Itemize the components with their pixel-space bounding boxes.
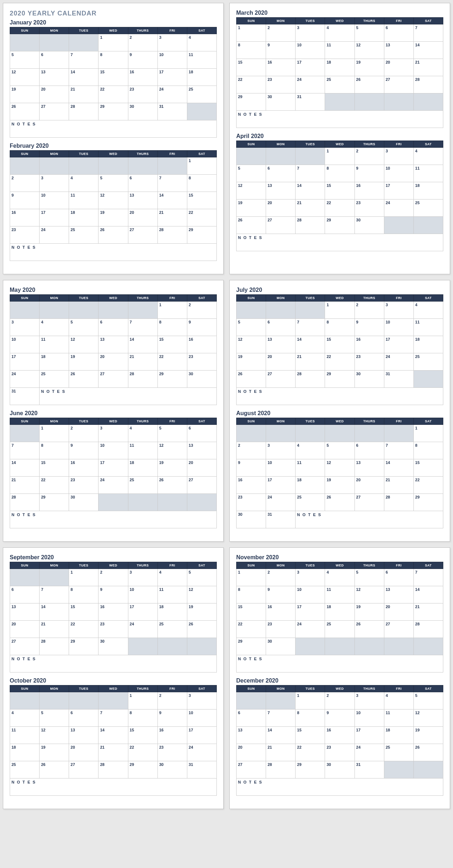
day-cell[interactable]: 14 (296, 336, 325, 353)
day-cell[interactable]: 6 (384, 569, 413, 586)
day-cell[interactable]: 2 (266, 24, 296, 42)
day-cell[interactable]: 9 (187, 319, 216, 336)
day-cell[interactable]: 6 (69, 709, 99, 727)
notes-area[interactable]: N O T E S (237, 655, 443, 672)
day-cell[interactable]: 31 (296, 93, 325, 111)
day-cell[interactable]: 18 (325, 59, 354, 76)
day-cell[interactable]: 8 (413, 442, 443, 459)
day-cell[interactable]: 25 (69, 226, 99, 244)
day-cell[interactable]: 17 (354, 727, 384, 744)
day-cell[interactable]: 17 (10, 353, 40, 371)
day-cell[interactable] (187, 638, 216, 655)
notes-area[interactable]: N O T E S (237, 388, 443, 405)
day-cell[interactable]: 22 (325, 199, 354, 217)
day-cell[interactable]: 3 (99, 425, 128, 442)
day-cell[interactable]: 16 (99, 603, 128, 621)
day-cell[interactable]: 19 (237, 353, 266, 371)
day-cell[interactable]: 30 (99, 638, 128, 655)
day-cell[interactable]: 7 (413, 24, 443, 42)
day-cell[interactable] (384, 761, 413, 779)
day-cell[interactable]: 3 (157, 34, 187, 51)
day-cell[interactable]: 29 (99, 103, 128, 120)
day-cell[interactable] (266, 148, 296, 165)
day-cell[interactable]: 5 (187, 569, 216, 586)
day-cell[interactable]: 5 (237, 165, 266, 182)
day-cell[interactable]: 12 (69, 336, 99, 353)
day-cell[interactable]: 28 (128, 371, 157, 388)
day-cell[interactable]: 30 (128, 103, 157, 120)
day-cell[interactable]: 23 (157, 744, 187, 761)
day-cell[interactable]: 1 (128, 692, 157, 709)
day-cell[interactable]: 14 (69, 69, 99, 86)
day-cell[interactable]: 8 (157, 319, 187, 336)
day-cell[interactable]: 12 (40, 727, 69, 744)
day-cell[interactable]: 9 (157, 709, 187, 727)
day-cell[interactable] (266, 692, 296, 709)
day-cell[interactable] (128, 638, 157, 655)
day-cell[interactable]: 25 (296, 494, 325, 511)
day-cell[interactable]: 13 (10, 603, 40, 621)
day-cell[interactable]: 6 (99, 319, 128, 336)
day-cell[interactable]: 23 (325, 744, 354, 761)
day-cell[interactable]: 22 (237, 76, 266, 93)
day-cell[interactable]: 16 (157, 727, 187, 744)
day-cell[interactable]: 6 (266, 319, 296, 336)
day-cell[interactable]: 26 (237, 371, 266, 388)
day-cell[interactable] (99, 302, 128, 319)
day-cell[interactable]: 23 (99, 621, 128, 638)
day-cell[interactable]: 20 (354, 477, 384, 494)
day-cell[interactable] (40, 34, 69, 51)
day-cell[interactable]: 19 (69, 353, 99, 371)
day-cell[interactable]: 4 (296, 442, 325, 459)
day-cell[interactable]: 22 (40, 477, 69, 494)
day-cell[interactable]: 15 (325, 182, 354, 199)
day-cell[interactable]: 10 (187, 709, 216, 727)
day-cell[interactable]: 23 (187, 353, 216, 371)
day-cell[interactable] (413, 761, 443, 779)
day-cell[interactable]: 12 (99, 192, 128, 209)
day-cell[interactable]: 23 (354, 353, 384, 371)
day-cell[interactable]: 1 (99, 34, 128, 51)
day-cell[interactable]: 24 (296, 621, 325, 638)
day-cell[interactable]: 29 (413, 494, 443, 511)
day-cell[interactable]: 5 (157, 425, 187, 442)
day-cell[interactable]: 27 (266, 371, 296, 388)
day-cell[interactable]: 19 (413, 727, 443, 744)
day-cell[interactable]: 12 (354, 42, 384, 59)
day-cell[interactable] (10, 157, 40, 175)
day-cell[interactable] (384, 93, 413, 111)
day-cell[interactable]: 28 (10, 494, 40, 511)
day-cell[interactable]: 25 (10, 761, 40, 779)
day-cell[interactable]: 24 (266, 494, 296, 511)
day-cell[interactable]: 20 (384, 603, 413, 621)
notes-area[interactable]: N O T E S (237, 234, 443, 251)
day-cell[interactable] (325, 638, 354, 655)
day-cell[interactable] (69, 302, 99, 319)
day-cell[interactable] (354, 425, 384, 442)
day-cell[interactable]: 16 (187, 336, 216, 353)
day-cell[interactable]: 13 (128, 192, 157, 209)
day-cell[interactable]: 30 (237, 511, 266, 528)
day-cell[interactable]: 31 (266, 511, 296, 528)
notes-area[interactable]: N O T E S (10, 779, 217, 796)
day-cell[interactable] (10, 692, 40, 709)
day-cell[interactable]: 17 (40, 209, 69, 226)
day-cell[interactable]: 26 (237, 217, 266, 234)
day-cell[interactable] (413, 371, 443, 388)
day-cell[interactable]: 31 (10, 388, 40, 405)
day-cell[interactable]: 5 (354, 24, 384, 42)
day-cell[interactable]: 26 (354, 621, 384, 638)
day-cell[interactable]: 28 (296, 217, 325, 234)
day-cell[interactable]: 31 (187, 761, 216, 779)
day-cell[interactable] (40, 302, 69, 319)
day-cell[interactable]: 15 (69, 603, 99, 621)
day-cell[interactable]: 26 (325, 494, 354, 511)
day-cell[interactable]: 2 (157, 692, 187, 709)
day-cell[interactable] (157, 638, 187, 655)
day-cell[interactable]: 26 (354, 76, 384, 93)
day-cell[interactable] (354, 638, 384, 655)
day-cell[interactable]: 7 (413, 569, 443, 586)
day-cell[interactable]: 29 (69, 638, 99, 655)
day-cell[interactable] (325, 425, 354, 442)
day-cell[interactable]: 2 (128, 34, 157, 51)
